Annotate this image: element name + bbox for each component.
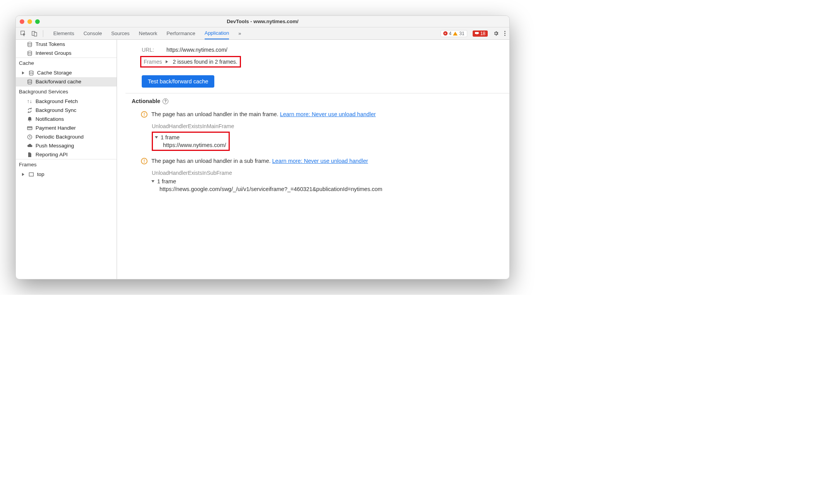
frame-url: https://news.google.com/swg/_/ui/v1/serv…: [159, 184, 502, 192]
sidebar-label: Notifications: [36, 116, 64, 122]
tab-elements[interactable]: Elements: [53, 27, 74, 39]
issue-0: !The page has an unload handler in the m…: [141, 111, 502, 151]
expand-icon[interactable]: [166, 60, 168, 63]
frames-summary: 2 issues found in 2 frames.: [173, 59, 237, 65]
test-bfcache-button[interactable]: Test back/forward cache: [142, 75, 214, 88]
window-title: DevTools - www.nytimes.com/: [16, 19, 509, 24]
file-icon: [27, 152, 32, 157]
section-title: Actionable: [132, 98, 160, 104]
expand-icon[interactable]: [22, 173, 24, 176]
sidebar-item-cache-storage[interactable]: Cache Storage: [16, 68, 117, 77]
frame-url: https://www.nytimes.com/: [163, 140, 226, 148]
kebab-menu-icon[interactable]: [504, 31, 505, 36]
warning-icon: [453, 32, 458, 36]
fetch-icon: ↑↓: [27, 98, 32, 104]
sync-icon: [27, 107, 32, 113]
frame-toggle[interactable]: 1 frame: [152, 178, 502, 184]
error-count: 4: [449, 31, 452, 36]
svg-point-6: [28, 79, 32, 81]
collapse-icon: [151, 180, 154, 183]
tab-performance[interactable]: Performance: [166, 27, 195, 39]
sidebar-item-frame-top[interactable]: top: [16, 170, 117, 179]
frame-toggle[interactable]: 1 frame: [155, 134, 226, 140]
url-row: URL: https://www.nytimes.com/: [142, 47, 493, 53]
panel-tabs: Elements Console Sources Network Perform…: [48, 27, 241, 39]
sidebar-item-bfcache[interactable]: Back/forward cache: [16, 77, 117, 86]
sidebar-item-payment[interactable]: Payment Handler: [16, 123, 117, 132]
sidebar-section-frames: Frames: [16, 159, 117, 170]
bfcache-panel: URL: https://www.nytimes.com/ Frames 2 i…: [117, 40, 509, 279]
sidebar-item-push[interactable]: Push Messaging: [16, 141, 117, 150]
tab-network[interactable]: Network: [139, 27, 158, 39]
sidebar-section-bg: Background Services: [16, 86, 117, 97]
collapse-icon: [155, 136, 158, 139]
bell-icon: [27, 116, 32, 122]
frame-icon: [28, 171, 34, 177]
sidebar-item-bg-sync[interactable]: Background Sync: [16, 106, 117, 115]
sidebar-section-cache: Cache: [16, 58, 117, 68]
warning-icon: !: [141, 158, 148, 164]
sidebar-item-notifications[interactable]: Notifications: [16, 115, 117, 123]
sidebar-label: Background Fetch: [36, 98, 78, 104]
frame-count: 1 frame: [161, 134, 180, 140]
clock-icon: [27, 134, 32, 140]
sidebar-item-trust-tokens[interactable]: Trust Tokens: [16, 40, 117, 49]
database-icon: [27, 41, 32, 47]
divider: [125, 93, 509, 93]
devtools-toolbar: Elements Console Sources Network Perform…: [16, 27, 509, 40]
help-icon[interactable]: ?: [163, 98, 168, 104]
settings-icon[interactable]: [493, 30, 499, 36]
issues-count: 18: [480, 31, 485, 36]
svg-rect-8: [27, 127, 32, 128]
console-status-badge[interactable]: ×4 31: [441, 30, 467, 37]
sidebar-label: Trust Tokens: [36, 41, 65, 47]
svg-rect-2: [34, 32, 37, 36]
expand-icon[interactable]: [22, 71, 24, 74]
database-icon: [28, 70, 34, 76]
sidebar-item-bg-fetch[interactable]: ↑↓Background Fetch: [16, 97, 117, 106]
tab-sources[interactable]: Sources: [111, 27, 130, 39]
database-icon: [27, 79, 32, 85]
issue-text: The page has an unload handler in the ma…: [151, 111, 376, 117]
sidebar-item-reporting[interactable]: Reporting API: [16, 150, 117, 159]
learn-more-link[interactable]: Learn more: Never use unload handler: [280, 111, 376, 117]
issue-frame-block: 1 framehttps://news.google.com/swg/_/ui/…: [152, 178, 502, 192]
svg-rect-10: [29, 173, 33, 176]
inspect-icon[interactable]: [20, 30, 26, 36]
sidebar-label: Reporting API: [36, 152, 68, 157]
cloud-icon: [27, 143, 32, 149]
sidebar-label: Interest Groups: [36, 50, 71, 56]
issues-badge[interactable]: 18: [473, 30, 488, 37]
svg-point-4: [28, 51, 32, 52]
svg-point-3: [28, 42, 32, 44]
warning-count: 31: [459, 31, 464, 36]
error-icon: ×: [443, 31, 448, 36]
sidebar-label: top: [37, 171, 44, 177]
titlebar: DevTools - www.nytimes.com/: [16, 16, 509, 27]
sidebar-label: Cache Storage: [37, 70, 72, 76]
sidebar-label: Periodic Background: [36, 134, 84, 140]
sidebar-label: Payment Handler: [36, 125, 76, 131]
frames-summary-row[interactable]: Frames 2 issues found in 2 frames.: [140, 56, 241, 68]
device-toolbar-icon[interactable]: [32, 30, 37, 36]
issue-text: The page has an unload handler in a sub …: [151, 158, 368, 164]
tab-application[interactable]: Application: [205, 27, 229, 39]
url-value: https://www.nytimes.com/: [166, 47, 227, 53]
application-sidebar: Trust Tokens Interest Groups Cache Cache…: [16, 40, 117, 279]
devtools-window: DevTools - www.nytimes.com/ Elements Con…: [15, 15, 510, 279]
card-icon: [27, 125, 32, 131]
tab-console[interactable]: Console: [83, 27, 102, 39]
learn-more-link[interactable]: Learn more: Never use unload handler: [272, 158, 368, 164]
issue-frame-block: 1 framehttps://www.nytimes.com/: [152, 132, 230, 151]
svg-point-5: [29, 71, 33, 72]
url-label: URL:: [142, 47, 163, 53]
sidebar-item-interest-groups[interactable]: Interest Groups: [16, 49, 117, 58]
sidebar-item-periodic[interactable]: Periodic Background: [16, 132, 117, 141]
issue-code: UnloadHandlerExistsInSubFrame: [152, 170, 502, 176]
sidebar-label: Push Messaging: [36, 143, 74, 149]
database-icon: [27, 50, 32, 56]
actionable-header: Actionable ?: [132, 98, 509, 104]
issue-code: UnloadHandlerExistsInMainFrame: [152, 123, 502, 129]
tab-overflow[interactable]: »: [238, 27, 241, 39]
frame-count: 1 frame: [157, 178, 176, 184]
